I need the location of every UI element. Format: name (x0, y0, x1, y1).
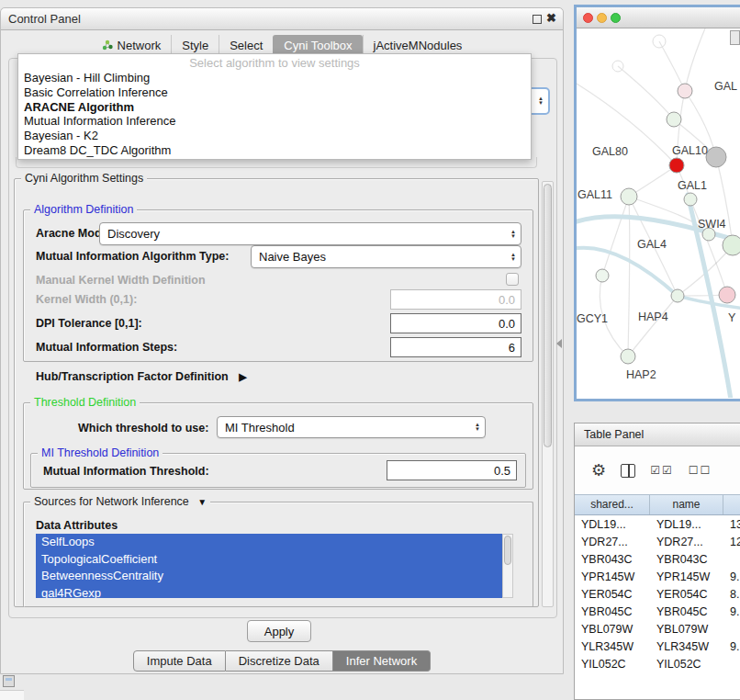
float-window-icon[interactable] (533, 15, 542, 24)
table-row[interactable]: YIL052CYIL052C (575, 655, 740, 672)
scrollbar-thumb[interactable] (544, 184, 552, 447)
network-node[interactable] (621, 349, 635, 364)
column-header[interactable]: name (650, 495, 723, 514)
which-threshold-select[interactable]: MI Threshold ▲▼ (217, 416, 486, 438)
hub-section-label: Hub/Transcription Factor Definition (36, 370, 229, 383)
attribute-list-item[interactable]: gal4RGexp (36, 585, 513, 599)
table-row[interactable]: YLR345WYLR345W9. (575, 638, 740, 655)
restore-panel-icon[interactable] (3, 675, 15, 687)
network-node[interactable] (669, 158, 684, 173)
network-icon (102, 40, 113, 51)
network-node[interactable] (621, 188, 637, 205)
mi-steps-field[interactable]: 6 (390, 337, 521, 357)
network-node[interactable] (678, 84, 692, 98)
algorithm-option[interactable]: Mutual Information Inference (18, 114, 531, 129)
hub-section-toggle[interactable]: Hub/Transcription Factor Definition ▶ (36, 370, 247, 383)
close-traffic-light[interactable] (583, 13, 593, 23)
attribute-list-item[interactable]: BetweennessCentrality (36, 568, 513, 585)
table-row[interactable]: YER054CYER054C8. (575, 585, 740, 603)
network-node-label: HAP4 (638, 310, 668, 323)
bottom-tab-infer-network[interactable]: Infer Network (333, 650, 431, 672)
manual-kernel-label: Manual Kernel Width Definition (36, 274, 206, 287)
control-panel-titlebar[interactable]: Control Panel ✖ (1, 8, 563, 30)
table-cell: YPR145W (575, 570, 650, 583)
network-canvas[interactable]: GALGAL80GAL10GAL11GAL1SWI4GAL4GCY1HAP4YH… (577, 28, 740, 398)
table-cell: YBL079W (575, 623, 650, 636)
table-cell: YLR345W (650, 640, 723, 653)
minimize-traffic-light[interactable] (597, 13, 607, 23)
algorithm-option[interactable]: Dream8 DC_TDC Algorithm (18, 143, 531, 158)
bottom-panel-fragment (0, 690, 24, 700)
column-header[interactable] (723, 495, 740, 514)
deselect-all-icon[interactable]: ☐☐ (689, 464, 712, 477)
network-node[interactable] (667, 112, 681, 127)
table-row[interactable]: YDR27...YDR27...12 (575, 533, 740, 550)
data-attributes-list[interactable]: SelfLoopsTopologicalCoefficientBetweenne… (36, 534, 513, 598)
table-row[interactable]: YBR043CYBR043C (575, 550, 740, 568)
network-node[interactable] (706, 147, 726, 167)
combo-arrows-icon: ▲▼ (510, 230, 516, 239)
collapse-arrow-icon[interactable]: ▼ (197, 497, 207, 507)
settings-scrollbar[interactable] (542, 181, 554, 607)
algorithm-option[interactable]: Basic Correlation Inference (18, 85, 531, 100)
table-row[interactable]: YBR045CYBR045C9. (575, 603, 740, 620)
attribute-list-item[interactable]: TopologicalCoefficient (36, 551, 513, 569)
table-row[interactable]: YPR145WYPR145W9. (575, 568, 740, 585)
network-edge (628, 296, 678, 356)
algorithm-option[interactable]: Bayesian - Hill Climbing (18, 71, 531, 85)
gear-icon[interactable]: ⚙ (591, 460, 606, 480)
network-node-label: GAL80 (592, 145, 628, 158)
bottom-tab-discretize-data[interactable]: Discretize Data (226, 650, 333, 672)
attributes-list-scrollbar[interactable] (502, 534, 513, 598)
attribute-list-item[interactable]: SelfLoops (36, 534, 513, 551)
close-icon[interactable]: ✖ (546, 11, 556, 25)
table-row[interactable]: YDL19...YDL19...13 (575, 515, 740, 533)
table-cell: YDR27... (575, 536, 650, 548)
columns-icon[interactable] (621, 464, 635, 478)
network-node[interactable] (671, 289, 684, 302)
sources-group-toggle[interactable]: Sources for Network Inference ▼ (30, 495, 210, 508)
mi-threshold-field[interactable]: 0.5 (387, 460, 517, 480)
table-cell: YBR043C (575, 553, 650, 566)
network-node-label: GCY1 (577, 312, 608, 325)
network-window-titlebar[interactable] (577, 7, 740, 28)
algorithm-option[interactable]: Bayesian - K2 (18, 129, 531, 143)
expand-arrow-icon[interactable]: ▶ (239, 371, 246, 383)
dropdown-placeholder: Select algorithm to view settings (18, 56, 531, 71)
mi-type-label: Mutual Information Algorithm Type: (36, 250, 229, 263)
mi-type-select[interactable]: Naive Bayes ▲▼ (251, 245, 521, 268)
network-edge (628, 197, 630, 356)
scrollbar-thumb[interactable] (504, 536, 511, 565)
table-cell: 9. (723, 640, 740, 653)
kernel-width-label: Kernel Width (0,1): (36, 293, 137, 306)
table-cell: YER054C (650, 588, 723, 601)
zoom-traffic-light[interactable] (611, 13, 621, 23)
panel-collapse-arrow[interactable] (556, 339, 562, 348)
network-edge (602, 197, 629, 276)
bottom-tab-bar: Impute DataDiscretize DataInfer Network (1, 650, 563, 672)
aracne-mode-select[interactable]: Discovery ▲▼ (99, 222, 521, 245)
select-all-icon[interactable]: ☑☑ (650, 464, 674, 477)
control-panel-window: Control Panel ✖ NetworkStyleSelectCyni T… (0, 7, 564, 674)
algorithm-option[interactable]: ARACNE Algorithm (18, 100, 531, 115)
network-node[interactable] (723, 235, 740, 255)
table-panel-titlebar[interactable]: Table Panel (575, 423, 740, 446)
network-node[interactable] (684, 193, 697, 206)
table-cell: YER054C (575, 588, 650, 601)
dpi-tolerance-field[interactable]: 0.0 (390, 313, 521, 333)
tab-label: Select (230, 39, 263, 52)
network-node[interactable] (596, 269, 609, 282)
column-header[interactable]: shared... (575, 495, 650, 514)
network-graph[interactable]: GALGAL80GAL10GAL11GAL1SWI4GAL4GCY1HAP4YH… (577, 28, 740, 398)
apply-button[interactable]: Apply (247, 620, 311, 642)
network-node[interactable] (719, 287, 735, 303)
combo-arrows-icon: ▲▼ (510, 253, 516, 262)
window-title: Control Panel (8, 12, 81, 26)
network-node-label: GAL10 (672, 144, 708, 157)
table-row[interactable]: YBL079WYBL079W (575, 620, 740, 638)
network-node-label: Y (728, 311, 736, 324)
table-panel-title: Table Panel (584, 428, 644, 441)
bottom-tab-impute-data[interactable]: Impute Data (133, 650, 226, 672)
table-cell: YPR145W (650, 570, 723, 583)
dpi-tolerance-label: DPI Tolerance [0,1]: (36, 317, 142, 330)
